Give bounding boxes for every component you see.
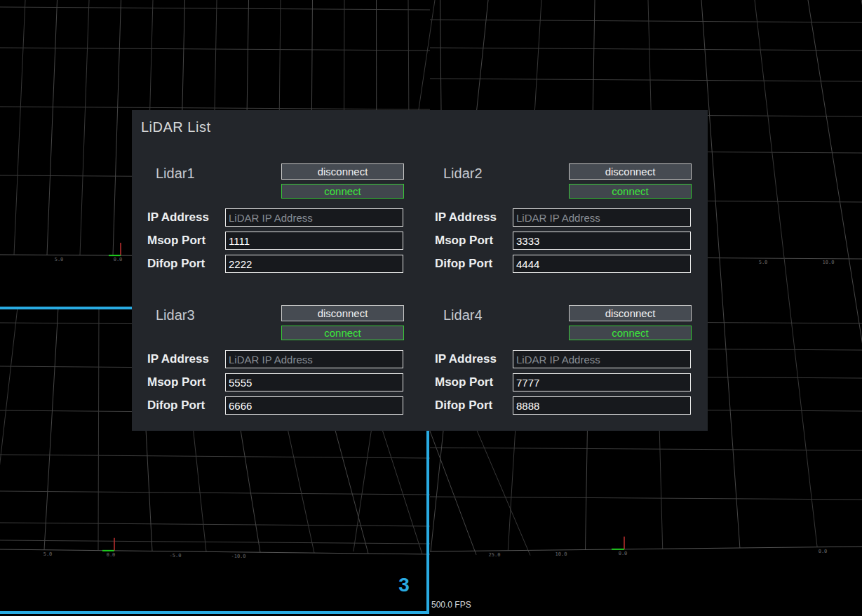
difop-port-input[interactable] xyxy=(225,396,403,415)
svg-text:0.0: 0.0 xyxy=(114,257,123,262)
ip-address-input[interactable] xyxy=(513,350,691,368)
difop-port-label: Difop Port xyxy=(435,396,492,415)
msop-port-input[interactable] xyxy=(513,373,691,391)
fps-counter: 500.0 FPS xyxy=(431,600,471,610)
svg-text:10.0: 10.0 xyxy=(823,260,835,265)
difop-port-input[interactable] xyxy=(513,396,691,415)
app-window: 5.00.05.00.0-5.0-10.025.010.00.00.05.010… xyxy=(0,0,862,616)
msop-port-label: Msop Port xyxy=(147,373,206,391)
difop-port-label: Difop Port xyxy=(147,255,205,273)
disconnect-button[interactable]: disconnect xyxy=(281,163,404,180)
lidar-name: Lidar4 xyxy=(443,307,483,323)
disconnect-button[interactable]: disconnect xyxy=(569,163,692,180)
svg-text:5.0: 5.0 xyxy=(759,260,768,265)
viewport-3-label: 3 xyxy=(390,574,418,596)
msop-port-input[interactable] xyxy=(225,232,403,250)
panel-title: LiDAR List xyxy=(141,119,210,135)
ip-address-label: IP Address xyxy=(147,350,209,368)
lidar-group-3: Lidar3 disconnect connect IP Address Mso… xyxy=(132,297,419,437)
svg-text:0.0: 0.0 xyxy=(819,549,828,554)
svg-text:10.0: 10.0 xyxy=(555,551,567,557)
msop-port-input[interactable] xyxy=(225,373,403,391)
lidar-group-1: Lidar1 disconnect connect IP Address Mso… xyxy=(132,155,419,295)
difop-port-label: Difop Port xyxy=(147,396,205,415)
connect-button[interactable]: connect xyxy=(281,184,404,199)
ip-address-label: IP Address xyxy=(435,208,497,227)
msop-port-label: Msop Port xyxy=(435,373,493,391)
lidar-name: Lidar1 xyxy=(156,166,195,182)
ip-address-input[interactable] xyxy=(225,350,403,368)
svg-text:25.0: 25.0 xyxy=(489,552,501,558)
ip-address-label: IP Address xyxy=(147,208,209,227)
lidar-group-4: Lidar4 disconnect connect IP Address Mso… xyxy=(419,297,707,437)
lidar-list-panel: LiDAR List Lidar1 disconnect connect IP … xyxy=(132,110,708,431)
disconnect-button[interactable]: disconnect xyxy=(569,305,692,321)
msop-port-label: Msop Port xyxy=(435,232,493,250)
svg-text:5.0: 5.0 xyxy=(55,257,64,262)
ip-address-input[interactable] xyxy=(513,208,691,227)
ip-address-input[interactable] xyxy=(225,208,403,227)
connect-button[interactable]: connect xyxy=(569,184,692,199)
connect-button[interactable]: connect xyxy=(569,326,692,340)
ip-address-label: IP Address xyxy=(435,350,497,368)
msop-port-input[interactable] xyxy=(513,232,691,250)
lidar-name: Lidar3 xyxy=(156,307,195,323)
lidar-group-2: Lidar2 disconnect connect IP Address Mso… xyxy=(419,155,707,295)
msop-port-label: Msop Port xyxy=(147,232,206,250)
svg-text:0.0: 0.0 xyxy=(619,551,628,556)
difop-port-input[interactable] xyxy=(225,255,403,273)
difop-port-label: Difop Port xyxy=(435,255,492,273)
difop-port-input[interactable] xyxy=(513,255,691,273)
connect-button[interactable]: connect xyxy=(281,326,404,340)
disconnect-button[interactable]: disconnect xyxy=(281,305,404,321)
lidar-name: Lidar2 xyxy=(443,166,483,182)
